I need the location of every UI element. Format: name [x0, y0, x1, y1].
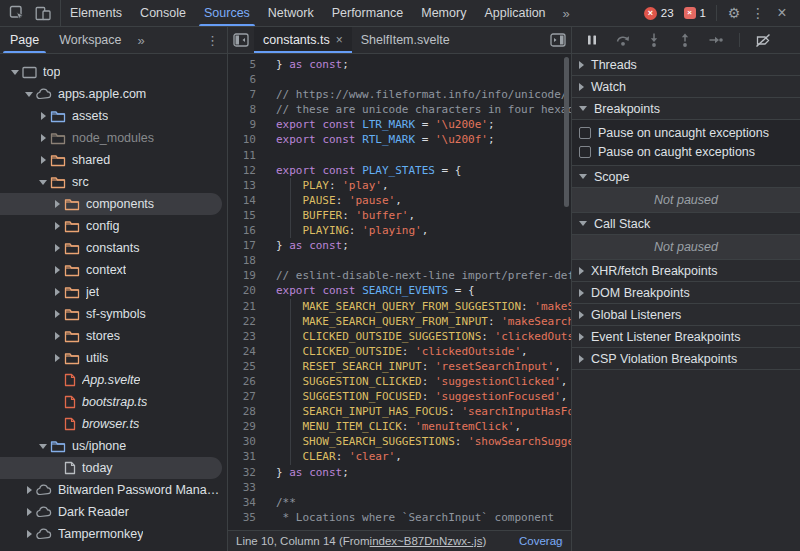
tree-item-src[interactable]: src: [0, 171, 222, 193]
section-threads[interactable]: Threads: [572, 54, 800, 76]
code-text[interactable]: export const SEARCH_EVENTS = {: [266, 283, 571, 298]
tree-item-browser-ts[interactable]: browser.ts: [0, 413, 222, 435]
settings-gear-icon[interactable]: ⚙: [722, 5, 746, 21]
checkbox-pause-on-uncaught-exceptions[interactable]: Pause on uncaught exceptions: [572, 123, 800, 142]
code-text[interactable]: export const PLAY_STATES = {: [266, 163, 571, 178]
line-number[interactable]: 33: [228, 480, 266, 495]
step-over-icon[interactable]: [615, 32, 631, 48]
line-number[interactable]: 13: [228, 178, 266, 193]
file-tab-constants-ts[interactable]: constants.ts×: [254, 27, 352, 53]
code-text[interactable]: * Locations where `SearchInput` componen…: [266, 510, 571, 525]
tree-item-dark-reader[interactable]: Dark Reader: [0, 501, 222, 523]
code-text[interactable]: // these are unicode characters in four …: [266, 102, 571, 117]
tree-item-today[interactable]: today: [0, 457, 222, 479]
code-text[interactable]: CLICKED_OUTSIDE: 'clickedOutside',: [266, 344, 571, 359]
code-text[interactable]: export const LTR_MARK = '\u200e';: [266, 117, 571, 132]
disclosure-down-icon[interactable]: [36, 444, 50, 449]
disclosure-right-icon[interactable]: [36, 156, 50, 164]
deactivate-breakpoints-icon[interactable]: [755, 32, 771, 48]
code-text[interactable]: MAKE_SEARCH_QUERY_FROM_INPUT: 'makeSearc…: [266, 314, 571, 329]
tree-item-stores[interactable]: stores: [0, 325, 222, 347]
code-text[interactable]: export const RTL_MARK = '\u200f';: [266, 132, 571, 147]
line-number[interactable]: 22: [228, 314, 266, 329]
line-number[interactable]: 25: [228, 359, 266, 374]
tab-performance[interactable]: Performance: [323, 0, 413, 26]
step-into-icon[interactable]: [646, 32, 662, 48]
disclosure-right-icon[interactable]: [50, 332, 64, 340]
code-text[interactable]: SHOW_SEARCH_SUGGESTIONS: 'showSearchSugg…: [266, 434, 571, 449]
line-number[interactable]: 32: [228, 465, 266, 480]
disclosure-down-icon[interactable]: [8, 70, 22, 75]
tab-workspace[interactable]: Workspace: [49, 27, 131, 53]
disclosure-down-icon[interactable]: [36, 180, 50, 185]
tree-item-constants[interactable]: constants: [0, 237, 222, 259]
tab-network[interactable]: Network: [259, 0, 323, 26]
section-scope[interactable]: Scope: [572, 166, 800, 188]
code-text[interactable]: CLEAR: 'clear',: [266, 449, 571, 464]
code-text[interactable]: MENU_ITEM_CLICK: 'menuItemClick',: [266, 419, 571, 434]
line-number[interactable]: 7: [228, 87, 266, 102]
disclosure-right-icon[interactable]: [50, 222, 64, 230]
code-text[interactable]: BUFFER: 'buffer',: [266, 208, 571, 223]
code-text[interactable]: [266, 148, 571, 163]
line-number[interactable]: 9: [228, 117, 266, 132]
line-number[interactable]: 28: [228, 404, 266, 419]
tab-page[interactable]: Page: [0, 27, 49, 53]
line-number[interactable]: 17: [228, 238, 266, 253]
more-panels-chevron[interactable]: »: [555, 0, 578, 26]
file-tab-shelfitem-svelte[interactable]: ShelfItem.svelte: [352, 27, 459, 53]
disclosure-right-icon[interactable]: [50, 288, 64, 296]
coverage-link[interactable]: Coverage: [519, 535, 563, 547]
tree-item-shared[interactable]: shared: [0, 149, 222, 171]
kebab-menu-icon[interactable]: ⋮: [746, 5, 770, 21]
line-number[interactable]: 35: [228, 510, 266, 525]
line-number[interactable]: 12: [228, 163, 266, 178]
section-watch[interactable]: Watch: [572, 76, 800, 98]
close-tab-icon[interactable]: ×: [336, 33, 343, 47]
tab-elements[interactable]: Elements: [61, 0, 131, 26]
section-csp-violation-breakpoints[interactable]: CSP Violation Breakpoints: [572, 348, 800, 370]
line-number[interactable]: 10: [228, 132, 266, 147]
tree-item-utils[interactable]: utils: [0, 347, 222, 369]
section-event-listener-breakpoints[interactable]: Event Listener Breakpoints: [572, 326, 800, 348]
tree-item-config[interactable]: config: [0, 215, 222, 237]
tree-item-bootstrap-ts[interactable]: bootstrap.ts: [0, 391, 222, 413]
navigator-more-tabs-chevron[interactable]: »: [132, 27, 151, 53]
tree-item-apps-apple-com[interactable]: apps.apple.com: [0, 83, 222, 105]
tree-item-components[interactable]: components: [0, 193, 222, 215]
code-text[interactable]: [266, 253, 571, 268]
tree-item-assets[interactable]: assets: [0, 105, 222, 127]
disclosure-right-icon[interactable]: [36, 134, 50, 142]
pause-icon[interactable]: [584, 32, 600, 48]
line-number[interactable]: 29: [228, 419, 266, 434]
tree-item-top[interactable]: top: [0, 61, 222, 83]
code-text[interactable]: PLAYING: 'playing',: [266, 223, 571, 238]
line-number[interactable]: 21: [228, 299, 266, 314]
line-number[interactable]: 19: [228, 268, 266, 283]
line-number[interactable]: 31: [228, 449, 266, 464]
line-number[interactable]: 34: [228, 495, 266, 510]
disclosure-down-icon[interactable]: [22, 92, 36, 97]
section-global-listeners[interactable]: Global Listeners: [572, 304, 800, 326]
device-toolbar-icon[interactable]: [30, 0, 56, 26]
tree-item-sf-symbols[interactable]: sf-symbols: [0, 303, 222, 325]
code-text[interactable]: SEARCH_INPUT_HAS_FOCUS: 'searchInputHasF…: [266, 404, 571, 419]
hide-navigator-icon[interactable]: [228, 27, 254, 53]
disclosure-right-icon[interactable]: [36, 112, 50, 120]
line-number[interactable]: 15: [228, 208, 266, 223]
code-text[interactable]: [266, 72, 571, 87]
checkbox-icon[interactable]: [579, 127, 591, 139]
code-text[interactable]: RESET_SEARCH_INPUT: 'resetSearchInput',: [266, 359, 571, 374]
code-text[interactable]: PLAY: 'play',: [266, 178, 571, 193]
tab-application[interactable]: Application: [475, 0, 554, 26]
code-text[interactable]: SUGGESTION_FOCUSED: 'suggestionFocused',: [266, 389, 571, 404]
tree-item-context[interactable]: context: [0, 259, 222, 281]
code-area[interactable]: 5} as const;67// https://www.fileformat.…: [228, 54, 571, 530]
disclosure-right-icon[interactable]: [50, 354, 64, 362]
console-errors-badge[interactable]: × 23: [639, 7, 679, 20]
code-text[interactable]: [266, 480, 571, 495]
disclosure-right-icon[interactable]: [50, 200, 64, 208]
disclosure-right-icon[interactable]: [50, 244, 64, 252]
issues-badge[interactable]: × 1: [679, 7, 711, 19]
section-call-stack[interactable]: Call Stack: [572, 213, 800, 235]
